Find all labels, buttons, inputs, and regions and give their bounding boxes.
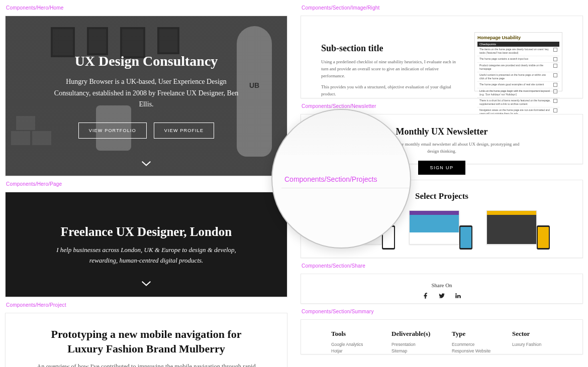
magnifier-text: Components/Section/Projects <box>284 175 377 183</box>
subsection-p1: Using a predefined checklist of nine usa… <box>321 59 459 80</box>
hero-project-subtitle: An overview of how I've contributed to i… <box>36 362 257 367</box>
hero-page-subtitle: I help businesses across London, UK & Eu… <box>56 245 237 266</box>
signup-button[interactable]: SIGN UP <box>418 161 466 175</box>
view-profile-button[interactable]: VIEW PROFILE <box>154 123 214 139</box>
summary-item: Ecommerce <box>452 341 492 348</box>
component-label-hero-home: Components/Hero/Home <box>5 5 287 11</box>
magnifier-lens: Components/Section/Projects <box>271 109 411 249</box>
share-title: Share On <box>309 282 574 288</box>
checklist-title: Homepage Usability <box>477 35 559 40</box>
component-label-hero-project: Components/Hero/Project <box>5 302 287 308</box>
summary-head-tools: Tools <box>331 330 371 338</box>
section-image-right: Sub-section title Using a predefined che… <box>301 16 583 98</box>
chevron-down-icon[interactable] <box>141 160 151 169</box>
subsection-p2: This provides you with a structured, obj… <box>321 84 459 98</box>
component-label-share: Components/Section/Share <box>301 263 583 269</box>
checklist-header: Checkpoints <box>477 42 559 47</box>
summary-item: Presentation <box>391 341 432 348</box>
hero-page-title: Freelance UX Designer, London <box>61 225 232 239</box>
component-label-hero-page: Components/Hero/Page <box>5 181 287 187</box>
section-share: Share On <box>301 274 583 304</box>
view-portfolio-button[interactable]: VIEW PORTFOLIO <box>78 123 147 139</box>
linkedin-icon[interactable] <box>454 292 461 301</box>
hero-home: UX Design Consultancy Hungry Browser is … <box>5 16 287 176</box>
project-thumbnail-3[interactable] <box>486 210 552 249</box>
component-label-summary: Components/Section/Summary <box>301 309 583 314</box>
summary-head-sector: Sector <box>512 330 552 338</box>
hero-home-subtitle: Hungry Browser is a UK-based, User Exper… <box>51 76 242 110</box>
hero-page: Freelance UX Designer, London I help bus… <box>5 192 287 297</box>
hero-home-title: UX Design Consultancy <box>75 53 218 69</box>
summary-head-type: Type <box>452 330 492 338</box>
section-summary: Tools Google Analytics Hotjar Deliverabl… <box>301 319 583 354</box>
component-label-image-right: Components/Section/Image/Right <box>301 5 583 11</box>
summary-item: Luxury Fashion <box>512 341 552 348</box>
subsection-title: Sub-section title <box>321 43 459 54</box>
summary-head-deliverables: Deliverable(s) <box>391 330 432 338</box>
project-thumbnail-2[interactable] <box>409 210 474 249</box>
twitter-icon[interactable] <box>438 292 445 301</box>
summary-item: Sitemap <box>391 348 432 354</box>
facebook-icon[interactable] <box>422 292 429 301</box>
checklist-image: Homepage Usability Checkpoints The items… <box>474 32 562 91</box>
hero-project: Prototyping a new mobile navigation for … <box>5 313 287 367</box>
chevron-down-icon[interactable] <box>141 280 151 289</box>
summary-item: Responsive Website <box>452 348 492 354</box>
summary-item: Hotjar <box>331 348 371 354</box>
hero-project-title: Prototyping a new mobile navigation for … <box>36 327 257 356</box>
summary-item: Google Analytics <box>331 341 371 348</box>
